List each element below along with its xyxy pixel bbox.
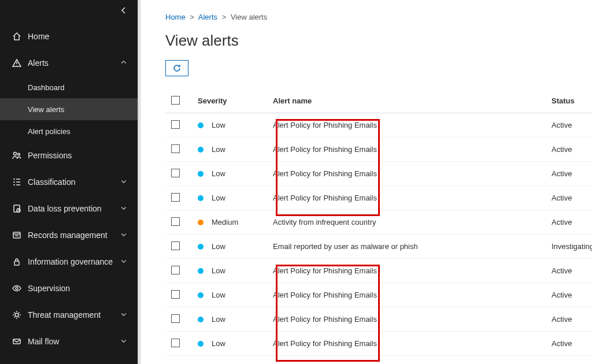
row-status: Active (552, 339, 592, 348)
severity-text: Medium (212, 218, 238, 226)
records-icon (10, 231, 23, 240)
row-check-cell (165, 144, 198, 155)
severity-dot-icon (198, 341, 204, 347)
breadcrumb: Home > Alerts > View alerts (165, 13, 592, 21)
permissions-icon (10, 151, 23, 160)
nav-alerts-submenu: Dashboard View alerts Alert policies (0, 76, 138, 142)
nav-alerts-view[interactable]: View alerts (0, 98, 138, 120)
breadcrumb-sep: > (190, 13, 194, 21)
nav-classification[interactable]: Classification (0, 169, 138, 195)
nav-supervision[interactable]: Supervision (0, 275, 138, 302)
nav-permissions[interactable]: Permissions (0, 142, 138, 169)
row-severity: Low (198, 266, 273, 275)
select-all-cell (165, 96, 198, 106)
nav-sub-label: View alerts (28, 105, 64, 114)
severity-dot-icon (198, 220, 204, 225)
svg-point-6 (16, 287, 18, 289)
nav-home[interactable]: Home (0, 23, 138, 50)
row-check-cell (165, 120, 198, 131)
nav-mail-flow[interactable]: Mail flow (0, 328, 138, 355)
severity-dot-icon (198, 195, 204, 201)
nav-alerts-policies[interactable]: Alert policies (0, 120, 138, 142)
row-checkbox[interactable] (171, 193, 180, 202)
nav-dlp-label: Data loss prevention (28, 204, 120, 213)
row-checkbox[interactable] (171, 217, 180, 226)
severity-text: Low (212, 315, 225, 324)
dlp-icon (10, 204, 23, 213)
table-row[interactable]: MediumActivity from infrequent countryAc… (165, 210, 592, 235)
table-row[interactable]: LowAlert Policy for Phishing EmailsActiv… (165, 138, 592, 162)
nav-alerts[interactable]: Alerts (0, 50, 138, 76)
nav-records[interactable]: Records management (0, 222, 138, 248)
row-checkbox[interactable] (171, 314, 180, 323)
refresh-button[interactable] (165, 60, 188, 76)
row-alert-name: Activity from infrequent country (273, 218, 552, 226)
table-row[interactable]: LowAlert Policy for Phishing EmailsActiv… (165, 283, 592, 307)
table-row[interactable]: LowAlert Policy for Phishing EmailsActiv… (165, 162, 592, 186)
table-row[interactable]: LowAlert Policy for Phishing EmailsActiv… (165, 259, 592, 283)
nav-threat[interactable]: Threat management (0, 302, 138, 328)
nav-info-gov[interactable]: Information governance (0, 248, 138, 275)
col-severity[interactable]: Severity (198, 96, 273, 105)
row-check-cell (165, 193, 198, 203)
breadcrumb-alerts[interactable]: Alerts (198, 13, 217, 21)
row-alert-name: Alert Policy for Phishing Emails (273, 121, 552, 129)
row-checkbox[interactable] (171, 144, 180, 153)
nav-dlp[interactable]: Data loss prevention (0, 195, 138, 222)
table-row[interactable]: LowEmail reported by user as malware or … (165, 235, 592, 259)
table-row[interactable]: LowAlert Policy for Phishing EmailsActiv… (165, 186, 592, 210)
row-check-cell (165, 290, 198, 300)
row-checkbox[interactable] (171, 290, 180, 299)
row-check-cell (165, 314, 198, 325)
severity-dot-icon (198, 147, 204, 153)
refresh-icon (172, 64, 182, 73)
row-checkbox[interactable] (171, 242, 180, 250)
row-alert-name: Email reported by user as malware or phi… (273, 242, 552, 251)
row-checkbox[interactable] (171, 120, 180, 129)
svg-rect-4 (13, 232, 20, 238)
severity-text: Low (212, 242, 225, 251)
row-status: Active (552, 121, 592, 129)
breadcrumb-home[interactable]: Home (165, 13, 186, 21)
nav-records-label: Records management (28, 231, 120, 240)
table-header: Severity Alert name Status (165, 89, 592, 113)
row-severity: Low (198, 194, 273, 202)
chevron-down-icon (120, 258, 127, 266)
row-alert-name: Alert Policy for Phishing Emails (273, 339, 552, 348)
row-checkbox[interactable] (171, 169, 180, 177)
threat-icon (10, 310, 23, 320)
nav-supervision-label: Supervision (28, 284, 127, 293)
sidebar-collapse-button[interactable] (119, 6, 128, 17)
nav: Home Alerts Dashboard View alerts Alert … (0, 0, 138, 355)
severity-text: Low (212, 291, 225, 299)
row-severity: Low (198, 121, 273, 129)
row-status: Investigating (552, 242, 592, 251)
chevron-down-icon (120, 178, 127, 187)
nav-alerts-dashboard[interactable]: Dashboard (0, 76, 138, 98)
eye-icon (10, 284, 23, 293)
severity-dot-icon (198, 244, 204, 250)
table-row[interactable]: LowAlert Policy for Phishing EmailsActiv… (165, 113, 592, 138)
nav-classification-label: Classification (28, 177, 120, 187)
nav-sub-label: Alert policies (28, 127, 71, 136)
row-alert-name: Alert Policy for Phishing Emails (273, 194, 552, 202)
chevron-down-icon (120, 337, 127, 346)
severity-dot-icon (198, 268, 204, 274)
row-status: Active (552, 169, 592, 178)
select-all-checkbox[interactable] (171, 96, 180, 105)
table-row[interactable]: LowAlert Policy for Phishing EmailsActiv… (165, 332, 592, 356)
severity-text: Low (212, 121, 225, 129)
page-title: View alerts (165, 32, 592, 50)
row-checkbox[interactable] (171, 339, 180, 347)
col-name[interactable]: Alert name (273, 96, 552, 105)
row-check-cell (165, 217, 198, 228)
table-row[interactable]: LowAlert Policy for Phishing EmailsActiv… (165, 307, 592, 332)
row-severity: Medium (198, 218, 273, 226)
chevron-down-icon (120, 205, 127, 213)
severity-text: Low (212, 145, 225, 154)
severity-text: Low (212, 194, 225, 202)
row-alert-name: Alert Policy for Phishing Emails (273, 169, 552, 178)
col-status[interactable]: Status (552, 96, 592, 105)
svg-point-7 (15, 313, 18, 317)
row-checkbox[interactable] (171, 266, 180, 274)
